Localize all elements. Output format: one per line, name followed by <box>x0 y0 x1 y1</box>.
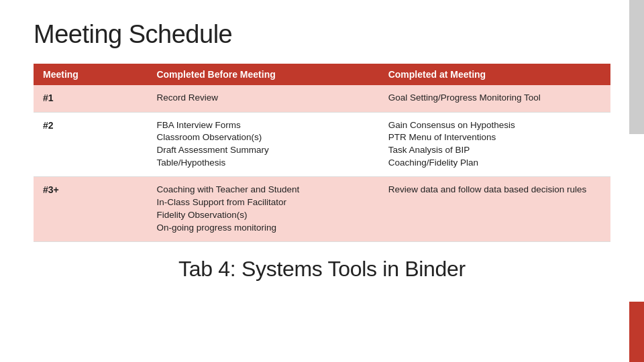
col-header-before: Completed Before Meeting <box>147 64 378 85</box>
cell-before: Record Review <box>147 85 378 112</box>
cell-meeting: #3+ <box>34 177 147 242</box>
table-row: #2FBA Interview FormsClassroom Observati… <box>34 112 610 177</box>
cell-before: FBA Interview FormsClassroom Observation… <box>147 112 378 177</box>
page-container: Meeting Schedule Meeting Completed Befor… <box>0 0 644 362</box>
cell-at: Gain Consensus on HypothesisPTR Menu of … <box>379 112 610 177</box>
cell-before: Coaching with Teacher and StudentIn-Clas… <box>147 177 378 242</box>
cell-meeting: #2 <box>34 112 147 177</box>
cell-at: Goal Setting/Progress Monitoring Tool <box>379 85 610 112</box>
footer-text: Tab 4: Systems Tools in Binder <box>34 257 610 282</box>
meeting-schedule-table: Meeting Completed Before Meeting Complet… <box>34 64 610 242</box>
page-title: Meeting Schedule <box>34 20 610 49</box>
deco-bottom <box>629 302 644 362</box>
table-row: #3+Coaching with Teacher and StudentIn-C… <box>34 177 610 242</box>
table-row: #1Record ReviewGoal Setting/Progress Mon… <box>34 85 610 112</box>
cell-at: Review data and follow data based decisi… <box>379 177 610 242</box>
deco-top <box>629 0 644 134</box>
col-header-at: Completed at Meeting <box>379 64 610 85</box>
cell-meeting: #1 <box>34 85 147 112</box>
col-header-meeting: Meeting <box>34 64 147 85</box>
